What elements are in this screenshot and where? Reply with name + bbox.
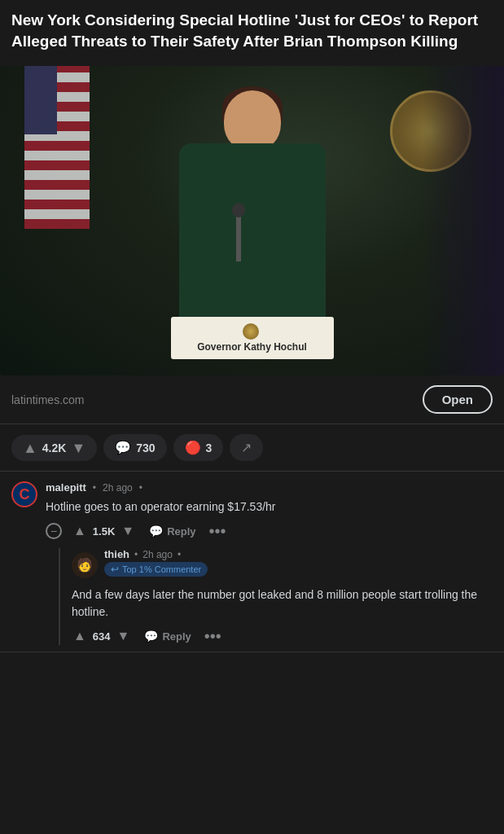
- comments-section: C malepitt • 2h ago • Hotline goes to an…: [0, 472, 504, 652]
- upvote-icon[interactable]: ▲: [23, 441, 37, 455]
- comment-header: malepitt • 2h ago •: [46, 481, 493, 494]
- comment-time: 2h ago: [103, 482, 133, 494]
- source-url: latintimes.com: [11, 393, 84, 406]
- reply-avatar-icon: 🧑: [77, 557, 93, 573]
- vote-count: 1.5K: [93, 525, 115, 538]
- flag-decoration: [24, 66, 90, 229]
- more-options-button[interactable]: •••: [209, 523, 226, 539]
- podium-seal-icon: [243, 323, 259, 340]
- reply-button[interactable]: 💬 Reply: [146, 523, 199, 539]
- article-image-container: Governor Kathy Hochul: [0, 66, 504, 375]
- comments-count: 730: [136, 441, 155, 454]
- collapse-button[interactable]: −: [46, 523, 62, 539]
- podium-seal: [187, 323, 318, 341]
- comment-separator-2: •: [139, 482, 142, 494]
- reply-icon: 💬: [149, 525, 163, 538]
- podium-sign: Governor Kathy Hochul: [171, 317, 334, 359]
- reply-avatar: 🧑: [72, 552, 98, 578]
- open-button[interactable]: Open: [423, 385, 493, 414]
- reply-username-group: thieh • 2h ago • ↩ Top 1% Commenter: [104, 548, 208, 582]
- awards-count: 3: [206, 441, 213, 454]
- collapse-icon: −: [50, 525, 57, 538]
- comment-icon: 💬: [115, 440, 131, 455]
- curtain-decoration: [423, 66, 504, 375]
- avatar: C: [11, 481, 37, 507]
- reply-vote-actions: ▲ 634 ▼: [72, 627, 131, 645]
- upvote-button[interactable]: ▲: [72, 522, 88, 540]
- reply-more-options-button[interactable]: •••: [204, 628, 221, 644]
- reply-separator-2: •: [177, 549, 181, 560]
- avatar-column: C: [11, 481, 37, 511]
- article-section: New York Considering Special Hotline 'Ju…: [0, 0, 504, 66]
- reply-text: And a few days later the number got leak…: [72, 586, 493, 621]
- comment-text: Hotline goes to an operator earning $17.…: [46, 498, 493, 516]
- comment-separator: •: [93, 482, 96, 494]
- reply-label: Reply: [167, 525, 195, 538]
- award-icon: 🔴: [185, 440, 201, 455]
- person-head: [224, 90, 281, 151]
- share-icon: ↗: [241, 440, 252, 455]
- downvote-icon[interactable]: ▼: [71, 441, 85, 455]
- vote-pill[interactable]: ▲ 4.2K ▼: [11, 435, 97, 461]
- comment-body: malepitt • 2h ago • Hotline goes to an o…: [46, 481, 493, 645]
- microphone: [236, 213, 241, 261]
- reply-header: 🧑 thieh • 2h ago • ↩ Top 1% Comm: [72, 548, 493, 582]
- reply-username: thieh: [104, 548, 129, 560]
- reply-time: 2h ago: [142, 549, 173, 560]
- badge-icon: ↩: [111, 564, 119, 575]
- reply-downvote-button[interactable]: ▼: [116, 627, 132, 645]
- top-commenter-badge: ↩ Top 1% Commenter: [104, 562, 208, 577]
- person-figure: [163, 90, 342, 318]
- article-title: New York Considering Special Hotline 'Ju…: [11, 10, 493, 51]
- reply-vote-count: 634: [93, 630, 111, 643]
- badge-text: Top 1% Commenter: [122, 564, 201, 574]
- vote-actions: ▲ 1.5K ▼: [72, 522, 136, 540]
- avatar-icon: C: [20, 486, 30, 503]
- article-image: Governor Kathy Hochul: [0, 66, 504, 375]
- nested-reply-label: Reply: [162, 630, 191, 643]
- comments-pill[interactable]: 💬 730: [103, 434, 166, 461]
- awards-pill[interactable]: 🔴 3: [173, 434, 224, 461]
- comment-item: C malepitt • 2h ago • Hotline goes to an…: [0, 472, 504, 652]
- stats-bar: ▲ 4.2K ▼ 💬 730 🔴 3 ↗: [0, 424, 504, 472]
- reply-thread: 🧑 thieh • 2h ago • ↩ Top 1% Comm: [59, 548, 493, 645]
- reply-actions: ▲ 634 ▼ 💬 Reply •••: [72, 627, 493, 645]
- downvote-button[interactable]: ▼: [120, 522, 136, 540]
- podium-text: Governor Kathy Hochul: [187, 341, 318, 353]
- person-body: [179, 143, 326, 323]
- reply-separator: •: [134, 549, 138, 560]
- comment-layout: C malepitt • 2h ago • Hotline goes to an…: [11, 481, 493, 645]
- reply-upvote-button[interactable]: ▲: [72, 627, 88, 645]
- comment-actions: − ▲ 1.5K ▼ 💬 Reply •••: [46, 522, 493, 540]
- reply-name-row: thieh • 2h ago •: [104, 548, 208, 560]
- source-bar: latintimes.com Open: [0, 375, 504, 424]
- upvote-count: 4.2K: [42, 441, 67, 454]
- comment-username: malepitt: [46, 481, 86, 494]
- nested-reply-button[interactable]: 💬 Reply: [141, 628, 194, 644]
- nested-reply-icon: 💬: [144, 630, 158, 643]
- share-pill[interactable]: ↗: [230, 434, 263, 461]
